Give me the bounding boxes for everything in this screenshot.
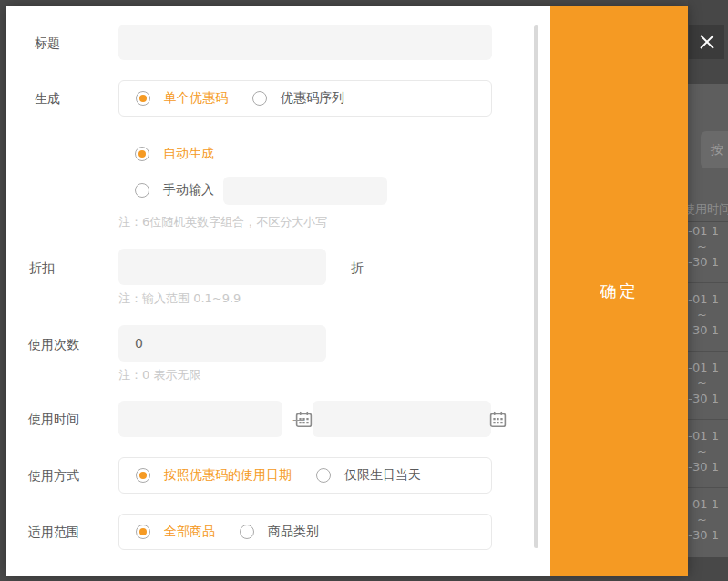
table-cell-separator: ~ bbox=[697, 308, 707, 321]
generate-note: 注：6位随机英数字组合，不区分大小写 bbox=[118, 214, 327, 230]
radio-label: 单个优惠码 bbox=[164, 90, 228, 107]
radio-single-coupon[interactable]: 单个优惠码 bbox=[136, 90, 228, 107]
usage-count-label: 使用次数 bbox=[28, 337, 79, 353]
radio-label: 手动输入 bbox=[163, 182, 214, 199]
table-row-divider bbox=[688, 487, 728, 488]
usage-count-note: 注：0 表示无限 bbox=[118, 367, 200, 383]
table-row-divider bbox=[688, 351, 728, 352]
radio-all-products[interactable]: 全部商品 bbox=[136, 524, 215, 540]
table-row-divider bbox=[688, 282, 728, 283]
confirm-button-label: 确定 bbox=[600, 280, 639, 302]
radio-auto-generate[interactable]: 自动生成 bbox=[135, 136, 214, 172]
radio-selected-icon bbox=[136, 525, 150, 539]
dimmed-page-background: 按 使用时间 1-01 1 ~ 1-30 1 1-01 1 ~ 1-30 1 1… bbox=[688, 0, 728, 581]
radio-label: 全部商品 bbox=[164, 524, 215, 540]
scope-radio-group: 全部商品 商品类别 bbox=[118, 514, 492, 550]
table-header-divider bbox=[688, 221, 728, 222]
discount-note: 注：输入范围 0.1~9.9 bbox=[118, 290, 241, 307]
start-date-input[interactable] bbox=[118, 401, 295, 437]
coupon-form: 标题 生成 单个优惠码 优惠码序列 自动生成 手动输入 注：6位随机英数字组合，… bbox=[6, 6, 550, 576]
usage-mode-label: 使用方式 bbox=[28, 468, 79, 484]
table-row-divider bbox=[688, 419, 728, 420]
modal-scrollbar-thumb[interactable] bbox=[534, 25, 538, 548]
close-icon bbox=[698, 33, 716, 51]
radio-selected-icon bbox=[135, 147, 149, 161]
radio-birthday-only[interactable]: 仅限生日当天 bbox=[316, 467, 421, 484]
discount-input[interactable] bbox=[118, 249, 326, 285]
radio-label: 商品类别 bbox=[268, 524, 319, 540]
confirm-button[interactable]: 确定 bbox=[550, 6, 688, 576]
radio-label: 仅限生日当天 bbox=[344, 467, 421, 484]
radio-unselected-icon bbox=[316, 468, 331, 483]
date-range-separator: — bbox=[285, 412, 313, 426]
discount-label: 折扣 bbox=[29, 260, 55, 277]
table-column-header-usage-time: 使用时间 bbox=[683, 201, 728, 218]
title-input[interactable] bbox=[118, 25, 492, 60]
scope-label: 适用范围 bbox=[28, 525, 79, 541]
calendar-icon bbox=[489, 411, 507, 428]
radio-selected-icon bbox=[136, 468, 150, 483]
radio-by-coupon-date[interactable]: 按照优惠码的使用日期 bbox=[136, 467, 292, 484]
close-button[interactable] bbox=[689, 25, 724, 59]
end-date-picker[interactable] bbox=[313, 401, 491, 437]
coupon-create-dialog: 标题 生成 单个优惠码 优惠码序列 自动生成 手动输入 注：6位随机英数字组合，… bbox=[6, 6, 688, 576]
background-search-input: 按 bbox=[701, 131, 728, 168]
usage-time-label: 使用时间 bbox=[28, 412, 79, 428]
radio-coupon-series[interactable]: 优惠码序列 bbox=[252, 90, 344, 107]
title-label: 标题 bbox=[35, 36, 60, 52]
table-cell-separator: ~ bbox=[697, 240, 707, 253]
radio-selected-icon bbox=[136, 91, 150, 106]
table-cell-separator: ~ bbox=[697, 513, 707, 526]
table-cell-separator: ~ bbox=[697, 376, 707, 390]
radio-label: 按照优惠码的使用日期 bbox=[164, 467, 292, 484]
start-date-picker[interactable] bbox=[118, 401, 282, 437]
usage-count-input[interactable] bbox=[118, 325, 326, 362]
usage-mode-radio-group: 按照优惠码的使用日期 仅限生日当天 bbox=[118, 457, 492, 494]
radio-unselected-icon bbox=[135, 183, 149, 198]
generate-type-radio-group: 单个优惠码 优惠码序列 bbox=[118, 80, 492, 117]
radio-label: 自动生成 bbox=[163, 146, 214, 162]
generate-label: 生成 bbox=[35, 91, 60, 107]
manual-code-input[interactable] bbox=[223, 177, 387, 205]
radio-product-category[interactable]: 商品类别 bbox=[240, 524, 319, 540]
radio-unselected-icon bbox=[240, 525, 254, 539]
radio-manual-input[interactable]: 手动输入 bbox=[135, 172, 387, 209]
discount-unit: 折 bbox=[351, 260, 364, 277]
end-date-input[interactable] bbox=[313, 401, 489, 437]
dimmed-page-bottomband bbox=[688, 557, 728, 581]
radio-unselected-icon bbox=[252, 91, 267, 106]
table-cell-separator: ~ bbox=[697, 444, 707, 458]
radio-label: 优惠码序列 bbox=[281, 90, 344, 107]
